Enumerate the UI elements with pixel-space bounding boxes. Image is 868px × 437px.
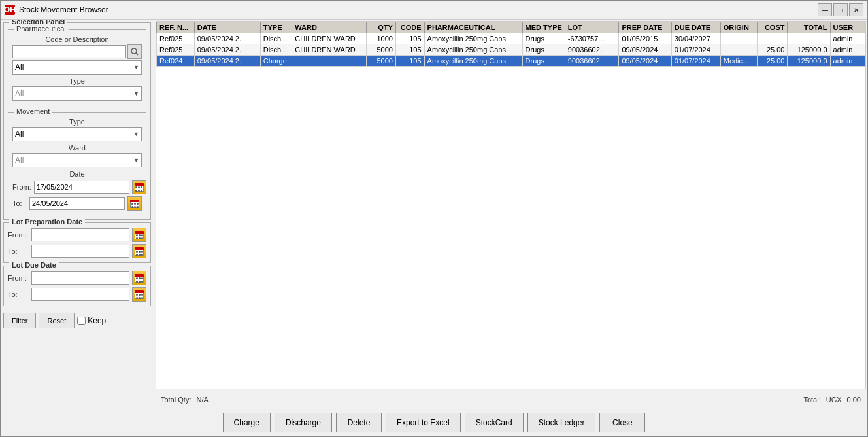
col-header-user[interactable]: USER: [830, 22, 865, 33]
lot-due-to-input[interactable]: [31, 288, 129, 301]
date-section: From:: [12, 180, 142, 211]
col-header-total[interactable]: TOTAL: [788, 22, 830, 33]
table-body: Ref02509/05/2024 2...Disch...CHILDREN WA…: [157, 33, 865, 67]
col-header-type[interactable]: TYPE: [260, 22, 292, 33]
pharmaceutical-dropdown[interactable]: All: [12, 60, 142, 75]
table-cell: [720, 33, 757, 44]
lot-due-title: Lot Due Date: [9, 261, 59, 269]
table-row[interactable]: Ref02509/05/2024 2...Disch...CHILDREN WA…: [157, 33, 865, 44]
col-header-lot[interactable]: LOT: [565, 22, 619, 33]
table-cell: Disch...: [260, 33, 292, 44]
table-cell: Ref024: [157, 56, 195, 67]
table-cell: CHILDREN WARD: [292, 44, 367, 56]
ward-wrapper: All: [12, 153, 142, 167]
movement-type-wrapper: All: [12, 127, 142, 141]
lot-prep-from-label: From:: [8, 231, 29, 239]
table-cell: 1000: [367, 33, 396, 44]
table-cell: 125000.0: [788, 56, 830, 67]
table-cell: 01/05/2015: [619, 33, 671, 44]
table-cell: Drugs: [522, 33, 565, 44]
col-header-date[interactable]: DATE: [194, 22, 260, 33]
right-panel: REF. N... DATE TYPE WARD QTY CODE PHARMA…: [154, 20, 867, 408]
table-cell: 25.00: [757, 56, 788, 67]
date-label: Date: [12, 170, 142, 178]
table-cell: 105: [395, 33, 424, 44]
close-button[interactable]: ✕: [849, 3, 863, 16]
movement-group-title: Movement: [14, 107, 52, 115]
table-cell: admin: [830, 44, 865, 56]
filter-button[interactable]: Filter: [3, 313, 36, 328]
col-header-cost[interactable]: COST: [757, 22, 788, 33]
col-header-ref[interactable]: REF. N...: [157, 22, 195, 33]
maximize-button[interactable]: □: [833, 3, 848, 16]
lot-prep-group: Lot Preparation Date From:: [3, 222, 151, 263]
close-button-bottom[interactable]: Close: [599, 413, 645, 432]
col-header-ward[interactable]: WARD: [292, 22, 367, 33]
type-dropdown[interactable]: All: [12, 86, 142, 101]
table-cell: Medic...: [720, 56, 757, 67]
search-button[interactable]: [127, 44, 142, 59]
lot-due-from-input[interactable]: [31, 271, 129, 285]
date-from-input[interactable]: [34, 181, 129, 194]
lot-prep-from-input[interactable]: [31, 228, 129, 241]
table-cell: 105: [395, 56, 424, 67]
calendar-to-icon: [130, 200, 139, 208]
keep-checkbox-label: Keep: [77, 316, 106, 325]
date-to-row: To:: [12, 196, 142, 211]
currency-value: UGX: [826, 396, 842, 404]
table-cell: admin: [830, 56, 865, 67]
table-cell: Charge: [260, 56, 292, 67]
reset-button[interactable]: Reset: [39, 313, 75, 328]
lot-prep-to-calendar-button[interactable]: [132, 244, 146, 258]
ward-dropdown[interactable]: All: [12, 153, 142, 167]
lot-due-from-calendar-button[interactable]: [132, 271, 146, 285]
lot-prep-from-calendar-button[interactable]: [132, 228, 146, 242]
col-header-due-date[interactable]: DUE DATE: [671, 22, 720, 33]
code-description-input[interactable]: [12, 45, 126, 58]
bottom-bar: Charge Discharge Delete Export to Excel …: [1, 408, 867, 436]
table-cell: Drugs: [522, 44, 565, 56]
lot-due-to-calendar-button[interactable]: [132, 287, 146, 302]
table-cell: Amoxycillin 250mg Caps: [424, 44, 522, 56]
lot-prep-to-label: To:: [8, 247, 29, 255]
minimize-button[interactable]: —: [818, 3, 832, 16]
col-header-prep-date[interactable]: PREP DATE: [619, 22, 671, 33]
charge-button[interactable]: Charge: [223, 413, 271, 432]
type-label: Type: [12, 77, 142, 85]
lot-due-from-row: From:: [8, 271, 146, 285]
table-cell: Drugs: [522, 56, 565, 67]
table-cell: 01/07/2024: [671, 56, 720, 67]
lot-prep-from-cal-icon: [135, 231, 144, 239]
discharge-button[interactable]: Discharge: [275, 413, 332, 432]
keep-checkbox[interactable]: [77, 317, 86, 325]
date-from-calendar-button[interactable]: [132, 180, 146, 194]
col-header-origin[interactable]: ORIGIN: [720, 22, 757, 33]
lot-prep-to-input[interactable]: [31, 245, 129, 258]
col-header-code[interactable]: CODE: [395, 22, 424, 33]
date-to-input[interactable]: [29, 197, 125, 210]
table-row[interactable]: Ref02409/05/2024 2...Charge5000105Amoxyc…: [157, 56, 865, 67]
selection-panel-group: Selection Panel Pharmaceutical Code or D…: [3, 22, 151, 220]
stock-ledger-button[interactable]: Stock Ledger: [527, 413, 596, 432]
col-header-pharmaceutical[interactable]: PHARMACEUTICAL: [424, 22, 522, 33]
table-container[interactable]: REF. N... DATE TYPE WARD QTY CODE PHARMA…: [156, 21, 866, 389]
table-cell: 125000.0: [788, 44, 830, 56]
col-header-qty[interactable]: QTY: [367, 22, 396, 33]
pharmaceutical-dropdown-wrapper: All: [12, 60, 142, 75]
table-cell: Ref025: [157, 44, 195, 56]
total-value: 0.00: [847, 396, 861, 404]
date-from-row: From:: [12, 180, 142, 194]
table-cell: 90036602...: [565, 44, 619, 56]
date-to-calendar-button[interactable]: [127, 196, 142, 211]
export-excel-button[interactable]: Export to Excel: [386, 413, 461, 432]
delete-button[interactable]: Delete: [336, 413, 382, 432]
movement-type-dropdown[interactable]: All: [12, 127, 142, 141]
svg-line-1: [136, 53, 138, 55]
table-cell: Amoxycillin 250mg Caps: [424, 56, 522, 67]
table-cell: 09/05/2024 2...: [194, 44, 260, 56]
table-cell: Ref025: [157, 33, 195, 44]
stockcard-button[interactable]: StockCard: [465, 413, 524, 432]
table-row[interactable]: Ref02509/05/2024 2...Disch...CHILDREN WA…: [157, 44, 865, 56]
col-header-med-type[interactable]: MED TYPE: [522, 22, 565, 33]
table-cell: 30/04/2027: [671, 33, 720, 44]
